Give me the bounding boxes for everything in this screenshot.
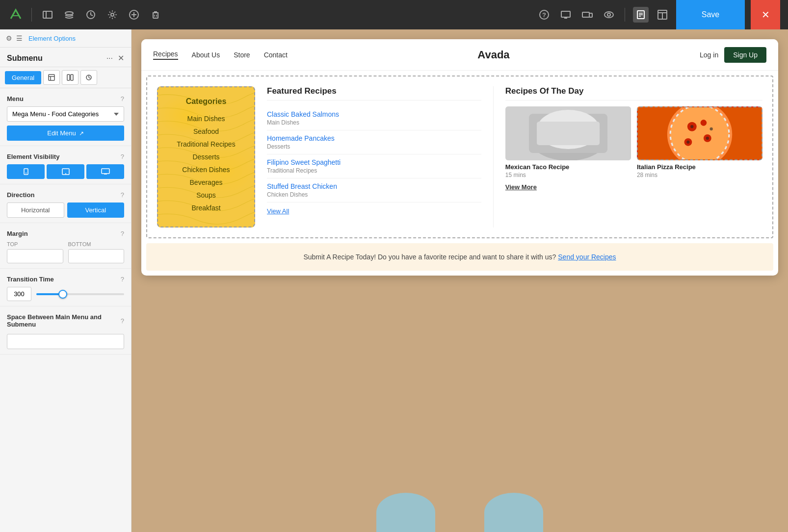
responsive-icon[interactable] [579, 7, 595, 23]
cat-item-4[interactable]: Chicken Dishes [163, 166, 249, 174]
recipe-name-1[interactable]: Homemade Pancakes [267, 134, 481, 142]
template-icon[interactable] [655, 7, 670, 23]
element-options-link[interactable]: Element Options [28, 35, 76, 42]
margin-help-icon[interactable]: ? [121, 230, 124, 237]
menu-help-icon[interactable]: ? [121, 95, 124, 102]
edit-menu-button[interactable]: Edit Menu ↗ [7, 126, 124, 141]
vis-mobile-btn[interactable] [7, 164, 45, 179]
slider-thumb[interactable] [58, 290, 67, 299]
main-area: ⚙ ☰ Element Options Submenu ··· ✕ Genera… [0, 29, 788, 532]
transition-value-input[interactable]: 300 [7, 287, 31, 301]
featured-section: Featured Recipes Classic Baked Salmons M… [255, 86, 494, 228]
margin-bottom-input[interactable] [68, 249, 125, 263]
nav-brand: Avada [477, 49, 509, 61]
cat-item-6[interactable]: Soups [163, 191, 249, 199]
nav-links: Recipes About Us Store Contact [153, 50, 288, 60]
add-icon[interactable] [126, 7, 142, 23]
cat-item-1[interactable]: Seafood [163, 127, 249, 135]
margin-top-input[interactable] [7, 249, 63, 263]
margin-label: Margin [7, 230, 28, 237]
svg-rect-13 [561, 11, 570, 17]
slider-track[interactable] [36, 293, 124, 295]
close-button[interactable]: ✕ [751, 0, 780, 29]
nav-link-contact[interactable]: Contact [264, 51, 288, 59]
vis-desktop-btn[interactable] [86, 164, 124, 179]
recipe-name-2[interactable]: Filipino Sweet Spaghetti [267, 158, 481, 166]
panel-title-row: Submenu ··· ✕ [0, 48, 131, 67]
nav-link-store[interactable]: Store [234, 51, 250, 59]
bottom-deco [376, 493, 543, 532]
menu-dropdown[interactable]: Mega Menu - Food Categories [7, 106, 124, 122]
cat-item-2[interactable]: Traditional Recipes [163, 140, 249, 148]
preview-icon[interactable] [601, 7, 617, 23]
recipe-card-0: Mexican Taco Recipe 15 mins [505, 106, 631, 178]
margin-bottom-label: BOTTOM [68, 241, 125, 247]
svg-rect-31 [71, 75, 73, 80]
svg-point-18 [604, 12, 613, 18]
space-help-icon[interactable]: ? [121, 317, 124, 325]
recipe-name-0[interactable]: Classic Baked Salmons [267, 110, 481, 118]
recipe-item-0: Classic Baked Salmons Main Dishes [267, 106, 481, 130]
svg-rect-17 [589, 13, 592, 17]
view-more-link[interactable]: View More [505, 183, 537, 191]
direction-help-icon[interactable]: ? [121, 191, 124, 199]
space-input[interactable] [7, 334, 124, 349]
recipe-cat-0: Main Dishes [267, 119, 481, 126]
horizontal-btn[interactable]: Horizontal [7, 203, 64, 218]
settings-icon[interactable] [105, 7, 120, 23]
panel-more-icon[interactable]: ··· [106, 54, 113, 63]
taco-image [505, 106, 631, 160]
login-button[interactable]: Log in [700, 51, 718, 59]
recipe-card-1: Italian Pizza Recipe 28 mins [637, 106, 762, 178]
direction-row: Horizontal Vertical [7, 203, 124, 218]
desktop-icon[interactable] [558, 7, 574, 23]
send-recipes-link[interactable]: Send your Recipes [558, 253, 616, 261]
svg-point-50 [670, 107, 729, 160]
recipe-cards-row: Mexican Taco Recipe 15 mins [505, 106, 762, 178]
nav-link-recipes[interactable]: Recipes [153, 50, 178, 60]
gear-small-icon[interactable]: ⚙ [6, 34, 12, 42]
tab-general[interactable]: General [5, 71, 41, 84]
history-icon[interactable] [83, 7, 99, 23]
trash-icon[interactable] [148, 7, 163, 23]
tab-icon-2[interactable] [62, 70, 79, 85]
recipe-item-2: Filipino Sweet Spaghetti Traditional Rec… [267, 154, 481, 178]
tab-icon-3[interactable] [80, 70, 97, 85]
cat-item-0[interactable]: Main Dishes [163, 115, 249, 123]
recipes-day-title: Recipes Of The Day [505, 86, 762, 101]
tab-icon-1[interactable] [43, 70, 60, 85]
margin-bottom-col: BOTTOM [68, 241, 125, 263]
svg-rect-39 [102, 169, 109, 174]
sidebar-icon[interactable] [40, 7, 55, 23]
help-icon[interactable]: ? [536, 7, 552, 23]
menu-label: Menu [7, 95, 24, 102]
cat-item-3[interactable]: Desserts [163, 153, 249, 161]
deco-circle-left [376, 493, 435, 532]
recipe-cat-3: Chicken Dishes [267, 191, 481, 198]
list-icon[interactable]: ☰ [16, 34, 23, 42]
save-button[interactable]: Save [676, 0, 745, 29]
view-all-link[interactable]: View All [267, 207, 289, 215]
transition-help-icon[interactable]: ? [121, 276, 124, 283]
logo-icon[interactable] [8, 7, 24, 23]
top-toolbar: ? [0, 0, 788, 29]
cat-item-7[interactable]: Breakfast [163, 204, 249, 212]
signup-button[interactable]: Sign Up [724, 47, 766, 63]
nav-link-about[interactable]: About Us [192, 51, 220, 59]
cat-item-5[interactable]: Beverages [163, 178, 249, 186]
margin-section: Margin ? TOP BOTTOM [0, 223, 131, 269]
svg-rect-27 [49, 75, 54, 80]
tab-row: General [0, 67, 131, 88]
categories-panel: Categories Main Dishes Seafood Tradition… [157, 86, 255, 228]
layers-icon[interactable] [61, 7, 77, 23]
vertical-btn[interactable]: Vertical [67, 203, 125, 218]
recipe-item-1: Homemade Pancakes Desserts [267, 130, 481, 154]
svg-rect-0 [43, 11, 52, 18]
panel-close-icon[interactable]: ✕ [118, 53, 124, 63]
svg-point-58 [686, 141, 689, 144]
page-icon[interactable] [633, 7, 649, 23]
submit-text: Submit A Recipe Today! Do you have a fav… [303, 253, 556, 261]
vis-tablet-btn[interactable] [47, 164, 84, 179]
visibility-help-icon[interactable]: ? [121, 153, 124, 160]
recipe-name-3[interactable]: Stuffed Breast Chicken [267, 182, 481, 190]
